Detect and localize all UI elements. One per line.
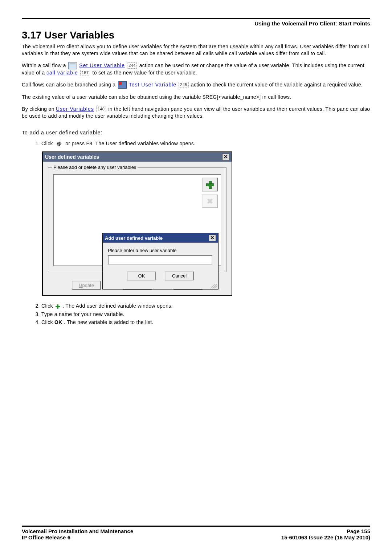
ok-button[interactable]: OK — [127, 271, 156, 280]
add-user-variable-dialog: Add user defined variable ✕ Please enter… — [102, 233, 219, 289]
resize-grip[interactable] — [203, 284, 217, 288]
page-ref: 244 — [127, 62, 137, 69]
footer-release: IP Office Release 6 — [22, 534, 70, 540]
variables-fieldset: Please add or delete any user variables … — [48, 167, 226, 272]
new-variable-input[interactable] — [108, 255, 212, 265]
step-4: Click OK . The new variable is added to … — [41, 319, 370, 325]
gear-icon — [55, 141, 63, 147]
add-variable-button[interactable] — [202, 178, 218, 191]
page-ref: 157 — [80, 70, 90, 76]
ok-label: OK — [54, 319, 62, 325]
intro-paragraph: The Voicemail Pro client allows you to d… — [22, 43, 370, 57]
section-title: User Variables — [44, 29, 114, 41]
page-ref: 140 — [96, 106, 106, 112]
close-icon[interactable]: ✕ — [209, 235, 216, 241]
step-1: Click or press F8. The User defined vari… — [41, 141, 370, 147]
link-set-user-variable[interactable]: Set User Variable — [79, 62, 125, 68]
set-user-variable-icon — [68, 62, 77, 69]
delete-variable-button[interactable]: ✖ — [202, 194, 218, 208]
window-title: User defined variables — [45, 154, 99, 160]
svg-point-1 — [58, 143, 60, 145]
plus-icon — [206, 181, 213, 188]
step-3: Type a name for your new variable. — [41, 311, 370, 317]
step-2: Click . The Add user defined variable wi… — [41, 303, 370, 309]
link-user-variables[interactable]: User Variables — [56, 106, 94, 112]
test-user-variable-icon — [118, 81, 127, 89]
variables-listbox[interactable]: ✖ Add user defined variable ✕ Please ent… — [53, 174, 221, 266]
plus-icon — [55, 304, 60, 309]
delete-x-icon: ✖ — [207, 197, 213, 206]
footer-doc-title: Voicemail Pro Installation and Maintenan… — [22, 528, 133, 534]
breadcrumb: Using the Voicemail Pro Client: Start Po… — [22, 20, 370, 27]
footer-issue: 15-601063 Issue 22e (16 May 2010) — [281, 534, 370, 540]
link-test-user-variable[interactable]: Test User Variable — [129, 82, 176, 88]
close-icon[interactable]: ✕ — [222, 154, 229, 160]
dialog-titlebar[interactable]: Add user defined variable ✕ — [103, 233, 218, 243]
section-heading: 3.17 User Variables — [22, 29, 370, 41]
para-nav: By clicking on User Variables 140 in the… — [22, 106, 370, 119]
update-button[interactable]: UUpdatepdate — [72, 281, 101, 290]
window-titlebar[interactable]: User defined variables ✕ — [43, 152, 232, 162]
para-test-var: Call flows can also be branched using a … — [22, 81, 370, 89]
dialog-prompt: Please enter a new user variable — [108, 248, 213, 253]
user-defined-variables-window: User defined variables ✕ Please add or d… — [42, 151, 232, 296]
page-footer: Voicemail Pro Installation and Maintenan… — [22, 524, 370, 540]
procedure-heading: To add a user defined variable: — [22, 130, 370, 135]
para-set-var: Within a call flow a Set User Variable 2… — [22, 62, 370, 76]
cancel-button[interactable]: Cancel — [165, 271, 194, 280]
section-number: 3.17 — [22, 29, 42, 41]
dialog-title: Add user defined variable — [105, 235, 163, 241]
para-reg: The existing value of a user variable ca… — [22, 94, 370, 101]
page-ref: 245 — [179, 82, 188, 88]
link-call-variable[interactable]: call variable — [46, 70, 78, 76]
fieldset-legend: Please add or delete any user variables — [52, 165, 138, 170]
footer-page: Page 155 — [347, 528, 370, 534]
